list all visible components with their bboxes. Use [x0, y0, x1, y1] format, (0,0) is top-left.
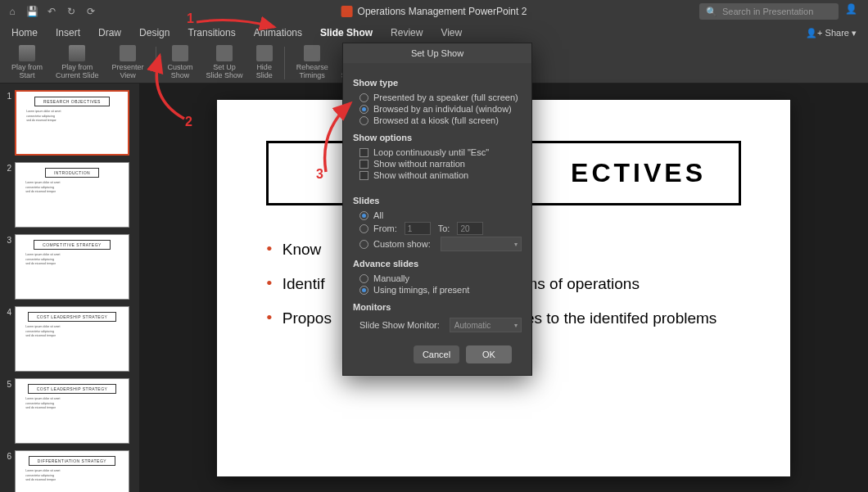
dialog-title: Set Up Show: [343, 43, 531, 63]
share-button[interactable]: 👤+ Share ▾: [806, 28, 857, 38]
tab-view[interactable]: View: [441, 27, 462, 38]
tab-home[interactable]: Home: [11, 27, 38, 38]
monitor-dropdown[interactable]: Automatic: [450, 318, 522, 332]
thumb-2[interactable]: INTRODUCTION Lorem ipsum dolor sit ametc…: [15, 162, 129, 228]
thumb-3[interactable]: COMPETITIVE STRATEGY Lorem ipsum dolor s…: [15, 234, 129, 300]
from-input[interactable]: [405, 222, 431, 235]
slide-thumbnails[interactable]: 1 RESEARCH OBJECTIVES Lorem ipsum dolor …: [0, 84, 139, 492]
ribbon-tabs: Home Insert Draw Design Transitions Anim…: [0, 23, 868, 43]
thumb-4[interactable]: COST LEADERSHIP STRATEGY Lorem ipsum dol…: [15, 306, 129, 372]
ok-button[interactable]: OK: [466, 345, 512, 363]
setup-show-dialog: Set Up Show Show type Presented by a spe…: [342, 43, 532, 376]
window-title: Operations Management PowerPoint 2: [341, 6, 527, 17]
radio-speaker[interactable]: Presented by a speaker (full screen): [353, 92, 522, 103]
slides-label: Slides: [353, 196, 522, 205]
redo-icon[interactable]: ↻: [66, 6, 77, 17]
annotation-1: 1: [187, 11, 194, 26]
play-from-start-button[interactable]: Play from Start: [7, 43, 47, 82]
tab-insert[interactable]: Insert: [56, 27, 80, 38]
thumb-1[interactable]: RESEARCH OBJECTIVES Lorem ipsum dolor si…: [15, 90, 129, 156]
tab-animations[interactable]: Animations: [254, 27, 302, 38]
save-icon[interactable]: 💾: [26, 6, 38, 17]
play-from-current-button[interactable]: Play from Current Slide: [51, 43, 104, 82]
thumb-6[interactable]: DIFFERENTIATION STRATEGY Lorem ipsum dol…: [15, 450, 129, 492]
tab-draw[interactable]: Draw: [98, 27, 121, 38]
hide-slide-button[interactable]: Hide Slide: [251, 43, 278, 82]
thumb-5[interactable]: COST LEADERSHIP STRATEGY Lorem ipsum dol…: [15, 378, 129, 444]
annotation-2: 2: [185, 115, 192, 129]
custom-show-button[interactable]: Custom Show: [163, 43, 198, 82]
show-options-label: Show options: [353, 133, 522, 142]
advance-label: Advance slides: [353, 259, 522, 269]
search-input[interactable]: 🔍 Search in Presentation: [699, 3, 839, 20]
tab-review[interactable]: Review: [391, 27, 423, 38]
setup-slide-show-button[interactable]: Set Up Slide Show: [201, 43, 248, 82]
tab-transitions[interactable]: Transitions: [188, 27, 235, 38]
search-icon: 🔍: [706, 7, 717, 17]
tab-design[interactable]: Design: [139, 27, 170, 38]
rehearse-timings-button[interactable]: Rehearse Timings: [292, 43, 333, 82]
powerpoint-icon: [341, 6, 353, 17]
radio-kiosk[interactable]: Browsed at a kiosk (full screen): [353, 115, 522, 126]
radio-timings[interactable]: Using timings, if present: [353, 284, 522, 296]
document-title: Operations Management PowerPoint 2: [358, 6, 527, 17]
to-input[interactable]: [457, 222, 483, 235]
show-type-label: Show type: [353, 78, 522, 88]
radio-from-to[interactable]: From:To:: [353, 221, 522, 236]
presenter-view-button[interactable]: Presenter View: [107, 43, 149, 82]
radio-individual[interactable]: Browsed by an individual (window): [353, 103, 522, 115]
radio-manually[interactable]: Manually: [353, 273, 522, 284]
monitors-label: Monitors: [353, 302, 522, 312]
tab-slide-show[interactable]: Slide Show: [320, 27, 373, 38]
radio-all-slides[interactable]: All: [353, 210, 522, 221]
check-no-animation[interactable]: Show without animation: [353, 169, 522, 181]
radio-custom-show[interactable]: Custom show:: [353, 236, 522, 252]
check-loop[interactable]: Loop continuously until "Esc": [353, 147, 522, 158]
custom-show-dropdown[interactable]: [441, 237, 522, 251]
undo-icon[interactable]: ↶: [46, 6, 57, 17]
home-icon[interactable]: ⌂: [7, 6, 18, 17]
check-no-narration[interactable]: Show without narration: [353, 158, 522, 169]
refresh-icon[interactable]: ⟳: [85, 6, 97, 17]
titlebar: ⌂ 💾 ↶ ↻ ⟳ Operations Management PowerPoi…: [0, 0, 868, 23]
annotation-3: 3: [316, 167, 323, 182]
cancel-button[interactable]: Cancel: [414, 345, 459, 363]
account-icon[interactable]: 👤: [845, 3, 861, 20]
